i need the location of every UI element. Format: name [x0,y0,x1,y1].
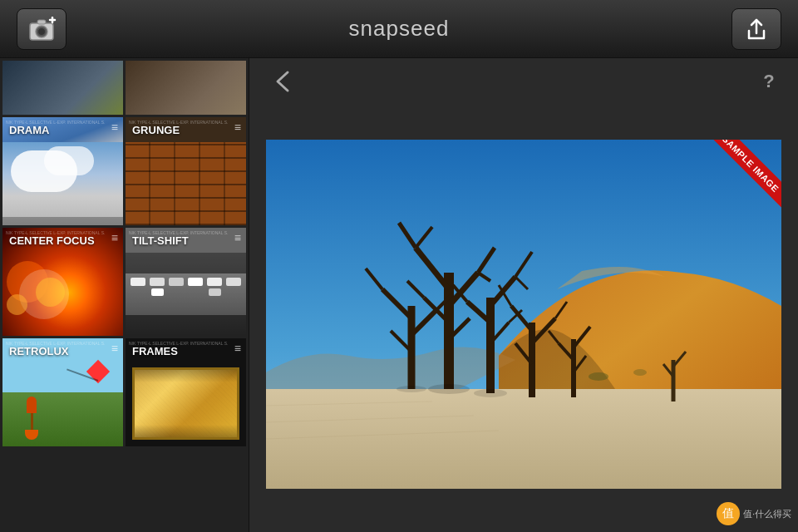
filter-card-partial-2[interactable] [126,61,246,115]
preview-toolbar: ? [249,58,798,104]
share-button[interactable] [732,8,781,50]
preview-panel: ? [249,58,798,532]
filter-retrolux-label: RETROLUX [9,345,69,358]
filter-drama-icon: ≡ [111,121,118,134]
filter-frames-label: FRAMES [132,345,178,358]
main-content: NIK TYPE-L SELECTIVE L-EXP. INTERNATIONA… [0,58,798,532]
filter-card-tiltshift[interactable]: NIK TYPE-L SELECTIVE L-EXP. INTERNATIONA… [126,228,246,336]
filter-panel: NIK TYPE-L SELECTIVE L-EXP. INTERNATIONA… [0,58,249,532]
sample-badge-text: SAMPLE IMAGE [706,140,781,209]
filter-grunge-label: GRUNGE [132,124,180,137]
filter-card-drama[interactable]: NIK TYPE-L SELECTIVE L-EXP. INTERNATIONA… [2,117,123,225]
filter-card-centerfocus[interactable]: NIK TYPE-L SELECTIVE L-EXP. INTERNATIONA… [2,228,123,336]
filter-tiltshift-label: TILT-SHIFT [132,234,189,248]
svg-point-2 [38,28,45,35]
filter-drama-label: DRAMA [9,124,49,137]
watermark: 值 值·什么得买 [717,502,791,525]
filter-grunge-icon: ≡ [234,121,241,134]
filter-card-retrolux[interactable]: NIK TYPE-L SELECTIVE L-EXP. INTERNATIONA… [2,338,123,446]
preview-image: SAMPLE IMAGE [266,140,781,489]
svg-point-52 [474,389,507,397]
filter-card-partial-1[interactable] [2,61,123,115]
svg-point-50 [428,384,470,394]
help-button[interactable]: ? [756,69,781,94]
back-button[interactable] [266,65,299,98]
watermark-icon: 值 [717,502,740,525]
preview-area: SAMPLE IMAGE [249,104,798,532]
svg-rect-3 [37,20,46,24]
filter-frames-icon: ≡ [234,342,241,355]
filter-card-grunge[interactable]: NIK TYPE-L SELECTIVE L-EXP. INTERNATIONA… [126,117,246,225]
app-title: snapseed [349,16,450,42]
filter-centerfocus-label: CENTER FOCUS [9,234,95,248]
svg-point-54 [633,369,647,376]
filter-card-frames[interactable]: NIK TYPE-L SELECTIVE L-EXP. INTERNATIONA… [126,338,246,446]
filter-tiltshift-icon: ≡ [234,231,241,244]
filter-grid: NIK TYPE-L SELECTIVE L-EXP. INTERNATIONA… [0,115,249,449]
svg-point-53 [589,372,608,381]
watermark-text: 值·什么得买 [743,508,791,520]
help-icon: ? [763,71,774,92]
filter-retrolux-icon: ≡ [111,342,118,355]
sample-badge: SAMPLE IMAGE [690,140,781,231]
svg-point-51 [397,386,426,392]
filter-centerfocus-icon: ≡ [111,231,118,244]
svg-rect-8 [266,389,781,489]
topbar: snapseed [0,0,798,58]
camera-add-button[interactable] [17,8,66,50]
